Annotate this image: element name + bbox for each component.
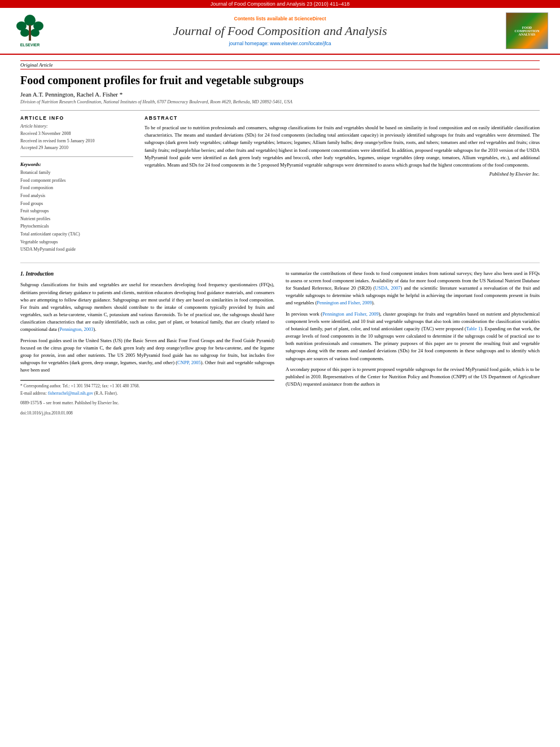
ref-table1[interactable]: Table 1 [466, 326, 480, 331]
footnote-email-address[interactable]: fisherrachel@mail.nih.gov [48, 391, 93, 396]
keyword-item: Food analysis [20, 192, 133, 200]
svg-rect-6 [29, 25, 31, 41]
footnote-corresponding: * Corresponding author. Tel.: +1 301 594… [20, 383, 274, 389]
keyword-item: Food composition [20, 184, 133, 192]
received-revised-date: Received in revised form 5 January 2010 [20, 138, 133, 145]
issn-line: 0889-1575/$ – see front matter. Publishe… [20, 400, 274, 407]
keyword-item: Fruit subgroups [20, 207, 133, 215]
ref-pennington-fisher-2009a[interactable]: Pennington and Fisher, 2009 [317, 300, 371, 305]
history-section: Article history: Received 3 November 200… [20, 123, 133, 157]
ref-pennington-fisher-2009b[interactable]: Pennington and Fisher, 2009 [322, 311, 379, 317]
footnote-email: E-mail address: fisherrachel@mail.nih.go… [20, 390, 274, 396]
author-names: Jean A.T. Pennington, Rachel A. Fisher * [20, 91, 123, 98]
elsevier-logo-icon: ELSEVIER [9, 14, 51, 47]
received-date: Received 3 November 2008 [20, 130, 133, 138]
keyword-item: Vegetable subgroups [20, 238, 133, 246]
body-right-column: to summarize the contributions of these … [286, 270, 540, 417]
keyword-item: Phytochemicals [20, 222, 133, 230]
svg-point-4 [20, 29, 29, 37]
sciencedirect-line: Contents lists available at ScienceDirec… [61, 16, 499, 21]
homepage-label-text: journal homepage: [229, 41, 270, 46]
journal-cover-image: FOODCOMPOSITIONANALYSIS [506, 12, 548, 49]
article-content: Original Article Food component profiles… [0, 60, 560, 416]
article-info-title: ARTICLE INFO [20, 115, 133, 121]
journal-title: Journal of Food Composition and Analysis [61, 24, 499, 38]
homepage-url[interactable]: www.elsevier.com/locate/jfca [270, 41, 331, 46]
journal-homepage: journal homepage: www.elsevier.com/locat… [61, 41, 499, 46]
keywords-section: Keywords: Botanical familyFood component… [20, 161, 133, 254]
body-left-column: 1. Introduction Subgroup classifications… [20, 270, 274, 417]
right-para-1: to summarize the contributions of these … [286, 270, 540, 307]
journal-cover-area: FOODCOMPOSITIONANALYSIS [506, 12, 551, 49]
banner-text: Journal of Food Composition and Analysis… [211, 1, 350, 7]
svg-text:ELSEVIER: ELSEVIER [20, 43, 40, 47]
contents-label: Contents lists available at [234, 16, 295, 21]
history-title: Article history: [20, 124, 48, 129]
right-para-3: A secondary purpose of this paper is to … [286, 366, 540, 388]
footnote-email-name: (R.A. Fisher). [93, 391, 118, 396]
footnotes: * Corresponding author. Tel.: +1 301 594… [20, 380, 274, 417]
abstract-text: To be of practical use to nutrition prof… [145, 124, 540, 169]
keyword-item: Food groups [20, 200, 133, 208]
keywords-list: Botanical familyFood component profilesF… [20, 169, 133, 254]
history-label: Article history: [20, 123, 133, 130]
doi-line: doi:10.1016/j.jfca.2010.01.008 [20, 410, 274, 417]
article-info-panel: ARTICLE INFO Article history: Received 3… [20, 115, 133, 254]
journal-header-center: Contents lists available at ScienceDirec… [61, 16, 499, 46]
journal-header: ELSEVIER Contents lists available at Sci… [0, 8, 560, 55]
article-type: Original Article [20, 60, 540, 69]
sciencedirect-label[interactable]: ScienceDirect [294, 16, 326, 21]
intro-para-1: Subgroup classifications for fruits and … [20, 281, 274, 333]
keyword-item: USDA MyPyramid food guide [20, 246, 133, 254]
keyword-item: Total antioxidant capacity (TAC) [20, 230, 133, 238]
ref-cnpp2005[interactable]: CNPP, 2005 [177, 360, 201, 365]
affiliation: Division of Nutrition Research Coordinat… [20, 99, 540, 104]
journal-banner: Journal of Food Composition and Analysis… [0, 0, 560, 8]
keyword-item: Food component profiles [20, 177, 133, 185]
authors: Jean A.T. Pennington, Rachel A. Fisher * [20, 91, 540, 98]
abstract-section: ABSTRACT To be of practical use to nutri… [145, 115, 540, 254]
footnote-email-label: E-mail address: [20, 391, 48, 396]
body-columns: 1. Introduction Subgroup classifications… [20, 270, 540, 417]
cover-label: FOODCOMPOSITIONANALYSIS [514, 26, 539, 36]
keywords-title: Keywords: [20, 161, 133, 167]
intro-title: Introduction [26, 271, 54, 277]
ref-pennington2003[interactable]: Pennington, 2003 [59, 326, 93, 332]
intro-heading: 1. Introduction [20, 270, 274, 278]
ref-usda2007[interactable]: USDA, 2007 [375, 285, 400, 291]
published-by: Published by Elsevier Inc. [145, 171, 540, 177]
info-abstract-row: ARTICLE INFO Article history: Received 3… [20, 110, 540, 254]
accepted-date: Accepted 29 January 2010 [20, 145, 133, 152]
elsevier-logo-area: ELSEVIER [9, 14, 54, 49]
keyword-item: Nutrient profiles [20, 215, 133, 223]
abstract-title: ABSTRACT [145, 115, 540, 121]
intro-number: 1. [20, 271, 24, 277]
section-divider [20, 263, 540, 263]
right-para-2: In previous work (Pennington and Fisher,… [286, 311, 540, 362]
article-title: Food component profiles for fruit and ve… [20, 73, 540, 88]
svg-point-5 [30, 29, 40, 37]
intro-para-2: Previous food guides used in the United … [20, 337, 274, 374]
keyword-item: Botanical family [20, 169, 133, 177]
